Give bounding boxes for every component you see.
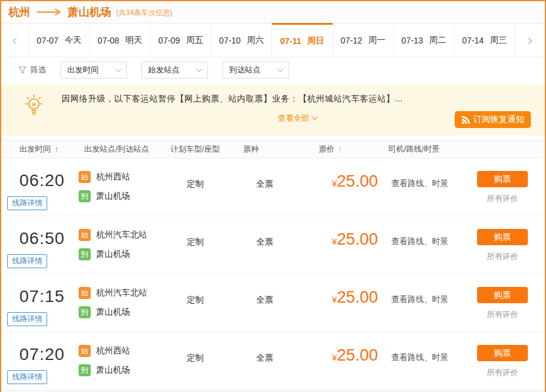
vehicle-type: 定制	[171, 171, 243, 216]
dropdown-value: 出发时间	[67, 65, 99, 76]
date-tab-07-08[interactable]: 07-08 明天	[89, 24, 151, 57]
origin-line: 始 杭州西站	[79, 171, 171, 183]
bus-ticket-page: 杭州 萧山机场 (共34条车次信息) ‹ 07-07 今天 07-08 明天 0…	[0, 0, 546, 392]
buy-area: 购票 所有评价	[477, 345, 528, 378]
tab-date: 07-09	[158, 36, 180, 45]
arrival-badge: 到	[79, 248, 91, 260]
origin-station-dropdown[interactable]: 始发站点	[141, 62, 208, 79]
arrival-station: 萧山机场	[96, 307, 130, 318]
stations-cell: 始 杭州西站 到 萧山机场	[79, 171, 171, 216]
all-reviews-link[interactable]: 所有评价	[487, 309, 518, 320]
origin-line: 始 杭州汽车北站	[79, 229, 171, 241]
route-detail-button[interactable]: 线路详情	[7, 254, 47, 268]
arrival-station: 萧山机场	[96, 191, 130, 202]
tab-day: 周六	[247, 35, 264, 46]
tab-date: 07-12	[340, 36, 362, 45]
all-reviews-link[interactable]: 所有评价	[487, 367, 518, 378]
date-tab-07-11-selected[interactable]: 07-11 周日	[271, 23, 333, 57]
buy-ticket-button[interactable]: 购票	[477, 171, 528, 187]
arrival-line: 到 萧山机场	[79, 306, 171, 318]
date-tab-07-13[interactable]: 07-13 周二	[393, 24, 454, 57]
prev-dates-button[interactable]: ‹	[1, 24, 28, 57]
origin-station: 杭州汽车北站	[96, 230, 147, 240]
date-tab-07-12[interactable]: 07-12 周一	[333, 24, 394, 57]
rss-icon	[461, 115, 470, 124]
buy-ticket-button[interactable]: 购票	[477, 345, 528, 361]
tab-date: 07-08	[97, 36, 119, 45]
departure-time: 07:15	[19, 287, 79, 306]
notice-text: 因网络升级，以下客运站暂停【网上购票、站内取票】业务：【杭州城站汽车客运站】..…	[62, 94, 533, 104]
origin-station: 杭州西站	[96, 172, 130, 182]
date-tab-07-09[interactable]: 07-09 周五	[150, 24, 211, 57]
driver-cell: 查看路线、时景 购票 所有评价	[388, 229, 545, 274]
all-reviews-link[interactable]: 所有评价	[487, 193, 518, 204]
header-label: 计划车型/座型	[171, 144, 220, 155]
start-badge: 始	[79, 229, 91, 241]
route-detail-button[interactable]: 线路详情	[7, 196, 47, 210]
header-ticket-type: 票种	[243, 144, 319, 155]
header-price[interactable]: 票价 ↑	[319, 144, 388, 155]
origin-station: 杭州西站	[96, 345, 130, 356]
tab-day: 周五	[186, 35, 203, 46]
table-row: 06:20 始 杭州西站 到 萧山机场 定制 全票 ¥25.00 查看路线、时景…	[1, 158, 545, 216]
route-scenery-link[interactable]: 查看路线、时景	[391, 178, 449, 189]
date-tab-07-10[interactable]: 07-10 周六	[211, 24, 272, 57]
route-scenery-link[interactable]: 查看路线、时景	[391, 294, 449, 305]
sort-ascending-icon[interactable]: ↑	[54, 144, 59, 154]
chevron-left-icon: ‹	[12, 31, 18, 50]
driver-cell: 查看路线、时景 购票 所有评价	[388, 287, 545, 332]
header-departure-time[interactable]: 出发时间 ↑	[19, 144, 79, 155]
driver-cell: 查看路线、时景 购票 所有评价	[388, 345, 545, 390]
price-cell: ¥25.00	[319, 171, 388, 216]
table-row: 07:20 始 杭州西站 到 萧山机场 定制 全票 ¥25.00 查看路线、时景…	[1, 332, 545, 390]
header-label: 出发站点/到达站点	[84, 144, 149, 155]
title-bar: 杭州 萧山机场 (共34条车次信息)	[1, 1, 545, 23]
tab-date: 07-11	[280, 36, 301, 46]
tab-date: 07-10	[219, 36, 241, 45]
price-value: 25.00	[337, 172, 378, 190]
departure-time: 06:20	[19, 171, 79, 190]
start-badge: 始	[79, 287, 91, 299]
route-scenery-link[interactable]: 查看路线、时景	[391, 236, 449, 247]
date-tab-07-07[interactable]: 07-07 今天	[28, 24, 89, 57]
arrival-badge: 到	[79, 190, 91, 202]
chevron-right-icon: ›	[527, 31, 533, 50]
arrival-badge: 到	[79, 306, 91, 318]
tab-date: 07-14	[462, 36, 484, 45]
ticket-type: 全票	[243, 229, 319, 274]
tab-day: 周二	[429, 35, 446, 46]
price-value: 25.00	[337, 230, 378, 248]
route-detail-button[interactable]: 线路详情	[7, 312, 47, 326]
arrival-line: 到 萧山机场	[79, 364, 171, 376]
buy-ticket-button[interactable]: 购票	[477, 229, 528, 245]
table-row: 06:50 始 杭州汽车北站 到 萧山机场 定制 全票 ¥25.00 查看路线、…	[1, 216, 545, 274]
subscribe-button[interactable]: 订阅恢复通知	[455, 111, 531, 128]
arrival-badge: 到	[79, 364, 91, 376]
price-value: 25.00	[337, 288, 378, 306]
tab-day: 明天	[125, 35, 142, 46]
departure-time-dropdown[interactable]: 出发时间	[60, 62, 127, 79]
departure-time: 06:50	[19, 229, 79, 248]
sort-icon[interactable]: ↑	[338, 144, 342, 154]
route-scenery-link[interactable]: 查看路线、时景	[391, 352, 449, 363]
price-cell: ¥25.00	[319, 229, 388, 274]
header-vehicle-type: 计划车型/座型	[171, 144, 243, 155]
ticket-type: 全票	[243, 287, 319, 332]
header-driver-route: 司机/路线/时景	[388, 144, 545, 155]
buy-ticket-button[interactable]: 购票	[477, 287, 528, 303]
lightbulb-icon	[23, 94, 45, 123]
origin-city: 杭州	[8, 5, 30, 19]
next-dates-button[interactable]: ›	[515, 24, 545, 57]
header-label: 票价	[319, 144, 334, 155]
all-reviews-link[interactable]: 所有评价	[487, 251, 518, 262]
filter-bar: 筛选 出发时间 始发站点 到达站点	[1, 57, 545, 83]
view-all-text: 查看全部	[278, 114, 310, 123]
arrival-station-dropdown[interactable]: 到达站点	[223, 62, 289, 79]
buy-area: 购票 所有评价	[477, 229, 528, 262]
vehicle-type: 定制	[171, 229, 243, 274]
date-tab-07-14[interactable]: 07-14 周三	[454, 24, 515, 57]
notice-panel: 因网络升级，以下客运站暂停【网上购票、站内取票】业务：【杭州城站汽车客运站】..…	[1, 85, 545, 136]
filter-label: 筛选	[18, 65, 46, 76]
route-detail-button[interactable]: 线路详情	[7, 370, 47, 384]
vehicle-type: 定制	[171, 345, 243, 390]
